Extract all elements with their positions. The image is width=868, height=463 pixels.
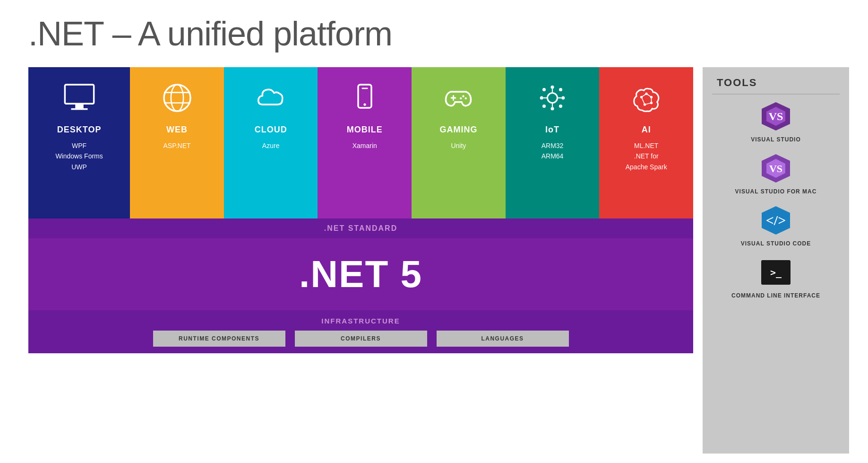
svg-text:VS: VS <box>769 110 783 122</box>
net5-section: .NET 5 <box>28 238 693 310</box>
net-standard-bar: .NET STANDARD <box>28 218 693 238</box>
languages-button[interactable]: LANGUAGES <box>437 331 569 347</box>
svg-line-34 <box>646 94 652 97</box>
tools-title: TOOLS <box>717 77 757 89</box>
tile-desktop: DESKTOP WPFWindows FormsUWP <box>28 67 130 218</box>
tile-desktop-subtitle: WPFWindows FormsUWP <box>55 140 103 172</box>
tile-mobile: MOBILE Xamarin <box>318 67 412 218</box>
svg-line-36 <box>645 103 651 105</box>
svg-point-4 <box>171 85 183 111</box>
svg-point-20 <box>542 88 546 91</box>
page-title: .NET – A unified platform <box>28 14 849 53</box>
runtime-components-button[interactable]: RUNTIME COMPONENTS <box>153 331 285 347</box>
tile-cloud-label: CLOUD <box>255 125 287 135</box>
net5-label: .NET 5 <box>28 253 693 296</box>
tool-visual-studio: VS VISUAL STUDIO <box>751 99 800 143</box>
cli-icon: >_ <box>759 255 793 289</box>
right-panel: TOOLS VS VISUAL STUDIO <box>703 67 849 454</box>
svg-text:VS: VS <box>769 163 782 175</box>
tile-gaming: GAMING Unity <box>412 67 506 218</box>
visual-studio-icon: VS <box>759 99 793 133</box>
svg-line-37 <box>641 97 645 105</box>
compilers-button[interactable]: COMPILERS <box>295 331 427 347</box>
tile-web-subtitle: ASP.NET <box>163 140 190 151</box>
svg-point-18 <box>540 96 543 100</box>
content-area: DESKTOP WPFWindows FormsUWP WEB AS <box>28 67 849 454</box>
tile-iot: IoT ARM32ARM64 <box>506 67 600 218</box>
tool-visual-studio-code: </> VISUAL STUDIO CODE <box>741 203 811 247</box>
svg-point-3 <box>164 85 190 111</box>
tile-web-label: WEB <box>166 125 188 135</box>
svg-point-16 <box>551 86 554 89</box>
iot-icon <box>536 81 569 119</box>
net-standard-label: .NET STANDARD <box>324 224 397 232</box>
svg-rect-0 <box>65 85 94 104</box>
svg-point-17 <box>551 107 554 110</box>
svg-rect-2 <box>71 108 87 110</box>
svg-point-12 <box>463 95 464 97</box>
cli-box: >_ <box>761 260 791 285</box>
gaming-icon <box>442 81 475 119</box>
visual-studio-code-label: VISUAL STUDIO CODE <box>741 240 811 247</box>
tile-iot-subtitle: ARM32ARM64 <box>541 140 564 162</box>
tile-gaming-subtitle: Unity <box>451 140 466 151</box>
svg-point-22 <box>542 105 546 108</box>
svg-text:</>: </> <box>766 212 786 228</box>
tile-cloud: CLOUD Azure <box>224 67 318 218</box>
visual-studio-code-icon: </> <box>759 203 793 237</box>
tile-iot-label: IoT <box>545 125 559 135</box>
svg-point-13 <box>465 97 467 99</box>
tile-desktop-label: DESKTOP <box>57 125 102 135</box>
tile-cloud-subtitle: Azure <box>262 140 280 151</box>
bottom-section: .NET STANDARD .NET 5 INFRASTRUCTURE RUNT… <box>28 218 693 353</box>
tools-divider <box>712 94 840 95</box>
tile-mobile-label: MOBILE <box>347 125 383 135</box>
cli-symbol: >_ <box>770 267 782 278</box>
tile-ai-label: AI <box>642 125 651 135</box>
page: .NET – A unified platform DESKTOP WPFWi <box>0 0 868 463</box>
tile-ai: AI ML.NET.NET forApache Spark <box>599 67 693 218</box>
infrastructure-section: INFRASTRUCTURE RUNTIME COMPONENTS COMPIL… <box>28 310 693 353</box>
mobile-icon <box>348 81 381 119</box>
visual-studio-mac-label: VISUAL STUDIO FOR MAC <box>735 188 817 195</box>
tile-gaming-label: GAMING <box>439 125 477 135</box>
svg-point-15 <box>548 93 558 103</box>
infra-buttons: RUNTIME COMPONENTS COMPILERS LANGUAGES <box>43 331 679 347</box>
infrastructure-title: INFRASTRUCTURE <box>43 317 679 325</box>
cli-label: COMMAND LINE INTERFACE <box>731 292 820 299</box>
tool-cli: >_ COMMAND LINE INTERFACE <box>731 255 820 299</box>
visual-studio-mac-icon: VS <box>759 151 793 185</box>
ai-icon <box>630 81 663 119</box>
tiles-row: DESKTOP WPFWindows FormsUWP WEB AS <box>28 67 693 218</box>
web-icon <box>161 81 194 119</box>
svg-point-14 <box>460 97 462 99</box>
visual-studio-label: VISUAL STUDIO <box>751 136 800 143</box>
svg-point-8 <box>363 103 366 105</box>
tile-ai-subtitle: ML.NET.NET forApache Spark <box>626 140 667 172</box>
left-panel: DESKTOP WPFWindows FormsUWP WEB AS <box>28 67 693 454</box>
tool-visual-studio-mac: VS VISUAL STUDIO FOR MAC <box>735 151 817 195</box>
svg-point-23 <box>559 105 562 108</box>
svg-point-21 <box>559 88 562 91</box>
svg-point-19 <box>561 96 565 100</box>
tile-mobile-subtitle: Xamarin <box>352 140 377 151</box>
svg-rect-1 <box>75 104 84 109</box>
desktop-icon <box>63 81 96 119</box>
tile-web: WEB ASP.NET <box>130 67 224 218</box>
svg-line-33 <box>641 94 646 97</box>
cloud-icon <box>254 81 287 119</box>
